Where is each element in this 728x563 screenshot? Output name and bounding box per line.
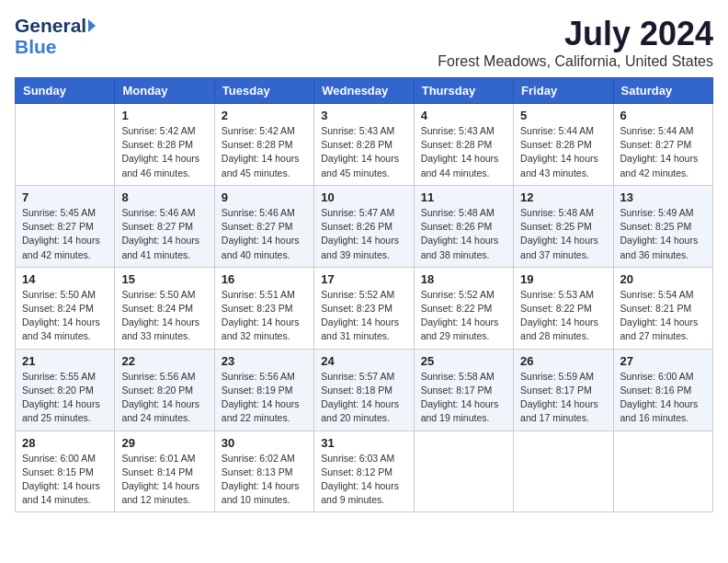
day-number: 23 [222,354,307,368]
day-number: 25 [421,354,506,368]
table-cell: 11Sunrise: 5:48 AM Sunset: 8:26 PM Dayli… [414,185,513,267]
table-cell: 10Sunrise: 5:47 AM Sunset: 8:26 PM Dayli… [314,185,414,267]
page-container: General Blue July 2024 Forest Meadows, C… [15,15,713,512]
logo: General Blue [15,15,96,57]
day-number: 9 [222,190,307,204]
day-info: Sunrise: 5:56 AM Sunset: 8:19 PM Dayligh… [222,370,307,426]
table-cell: 23Sunrise: 5:56 AM Sunset: 8:19 PM Dayli… [214,349,313,431]
day-info: Sunrise: 6:01 AM Sunset: 8:14 PM Dayligh… [121,452,207,508]
col-tuesday: Tuesday [214,78,313,104]
calendar-week-row: 21Sunrise: 5:55 AM Sunset: 8:20 PM Dayli… [16,349,713,431]
day-number: 15 [121,272,207,286]
col-monday: Monday [115,78,214,104]
title-section: July 2024 Forest Meadows, California, Un… [438,15,713,70]
day-info: Sunrise: 5:50 AM Sunset: 8:24 PM Dayligh… [121,288,207,344]
day-info: Sunrise: 6:02 AM Sunset: 8:13 PM Dayligh… [222,452,307,508]
calendar-week-row: 28Sunrise: 6:00 AM Sunset: 8:15 PM Dayli… [16,431,713,512]
calendar-week-row: 1Sunrise: 5:42 AM Sunset: 8:28 PM Daylig… [16,104,713,186]
day-number: 6 [620,109,706,122]
day-number: 21 [22,354,108,368]
day-info: Sunrise: 5:44 AM Sunset: 8:27 PM Dayligh… [620,124,706,180]
calendar-header-row: Sunday Monday Tuesday Wednesday Thursday… [16,78,713,104]
logo-blue-text: Blue [15,36,96,57]
col-sunday: Sunday [16,78,115,104]
table-cell: 31Sunrise: 6:03 AM Sunset: 8:12 PM Dayli… [314,431,414,512]
day-info: Sunrise: 5:47 AM Sunset: 8:26 PM Dayligh… [321,206,406,262]
table-cell: 13Sunrise: 5:49 AM Sunset: 8:25 PM Dayli… [613,185,712,267]
day-number: 17 [321,272,406,286]
day-number: 1 [121,109,207,122]
table-cell: 29Sunrise: 6:01 AM Sunset: 8:14 PM Dayli… [115,431,214,512]
table-cell: 6Sunrise: 5:44 AM Sunset: 8:27 PM Daylig… [613,104,712,186]
table-cell: 27Sunrise: 6:00 AM Sunset: 8:16 PM Dayli… [613,349,712,431]
day-number: 12 [520,190,606,204]
day-info: Sunrise: 6:00 AM Sunset: 8:15 PM Dayligh… [22,452,108,508]
day-number: 14 [22,272,108,286]
table-cell: 18Sunrise: 5:52 AM Sunset: 8:22 PM Dayli… [414,267,513,349]
day-info: Sunrise: 5:49 AM Sunset: 8:25 PM Dayligh… [620,206,706,262]
table-cell: 8Sunrise: 5:46 AM Sunset: 8:27 PM Daylig… [115,185,214,267]
day-number: 22 [121,354,207,368]
col-thursday: Thursday [414,78,513,104]
day-info: Sunrise: 5:50 AM Sunset: 8:24 PM Dayligh… [22,288,108,344]
calendar-table: Sunday Monday Tuesday Wednesday Thursday… [15,77,713,512]
day-info: Sunrise: 5:52 AM Sunset: 8:22 PM Dayligh… [421,288,506,344]
day-info: Sunrise: 5:42 AM Sunset: 8:28 PM Dayligh… [222,124,307,180]
table-cell: 17Sunrise: 5:52 AM Sunset: 8:23 PM Dayli… [314,267,414,349]
day-info: Sunrise: 5:59 AM Sunset: 8:17 PM Dayligh… [520,370,606,426]
day-number: 30 [222,436,307,450]
day-info: Sunrise: 5:43 AM Sunset: 8:28 PM Dayligh… [321,124,406,180]
day-info: Sunrise: 5:56 AM Sunset: 8:20 PM Dayligh… [121,370,207,426]
day-number: 19 [520,272,606,286]
col-wednesday: Wednesday [314,78,414,104]
day-info: Sunrise: 6:00 AM Sunset: 8:16 PM Dayligh… [620,370,706,426]
day-info: Sunrise: 5:54 AM Sunset: 8:21 PM Dayligh… [620,288,706,344]
day-number: 5 [520,109,606,122]
month-year-title: July 2024 [438,15,713,53]
table-cell: 5Sunrise: 5:44 AM Sunset: 8:28 PM Daylig… [514,104,613,186]
table-cell: 22Sunrise: 5:56 AM Sunset: 8:20 PM Dayli… [115,349,214,431]
day-number: 16 [222,272,307,286]
col-friday: Friday [514,78,613,104]
day-number: 10 [321,190,406,204]
day-info: Sunrise: 5:52 AM Sunset: 8:23 PM Dayligh… [321,288,406,344]
day-number: 28 [22,436,108,450]
day-number: 8 [121,190,207,204]
col-saturday: Saturday [613,78,712,104]
day-number: 13 [620,190,706,204]
day-number: 3 [321,109,406,122]
day-info: Sunrise: 5:46 AM Sunset: 8:27 PM Dayligh… [222,206,307,262]
table-cell [414,431,513,512]
table-cell: 16Sunrise: 5:51 AM Sunset: 8:23 PM Dayli… [214,267,313,349]
header: General Blue July 2024 Forest Meadows, C… [15,15,713,70]
day-number: 24 [321,354,406,368]
table-cell: 9Sunrise: 5:46 AM Sunset: 8:27 PM Daylig… [214,185,313,267]
day-number: 7 [22,190,108,204]
table-cell [16,104,115,186]
day-info: Sunrise: 5:53 AM Sunset: 8:22 PM Dayligh… [520,288,606,344]
day-number: 4 [421,109,506,122]
logo-arrow-icon [88,19,96,32]
day-info: Sunrise: 5:51 AM Sunset: 8:23 PM Dayligh… [222,288,307,344]
day-number: 18 [421,272,506,286]
location-subtitle: Forest Meadows, California, United State… [438,53,713,70]
table-cell: 19Sunrise: 5:53 AM Sunset: 8:22 PM Dayli… [514,267,613,349]
day-info: Sunrise: 5:58 AM Sunset: 8:17 PM Dayligh… [421,370,506,426]
day-number: 2 [222,109,307,122]
table-cell: 12Sunrise: 5:48 AM Sunset: 8:25 PM Dayli… [514,185,613,267]
day-info: Sunrise: 5:57 AM Sunset: 8:18 PM Dayligh… [321,370,406,426]
table-cell: 2Sunrise: 5:42 AM Sunset: 8:28 PM Daylig… [214,104,313,186]
day-number: 26 [520,354,606,368]
table-cell [613,431,712,512]
day-info: Sunrise: 5:46 AM Sunset: 8:27 PM Dayligh… [121,206,207,262]
table-cell: 20Sunrise: 5:54 AM Sunset: 8:21 PM Dayli… [613,267,712,349]
table-cell: 25Sunrise: 5:58 AM Sunset: 8:17 PM Dayli… [414,349,513,431]
day-info: Sunrise: 6:03 AM Sunset: 8:12 PM Dayligh… [321,452,406,508]
day-info: Sunrise: 5:44 AM Sunset: 8:28 PM Dayligh… [520,124,606,180]
day-info: Sunrise: 5:43 AM Sunset: 8:28 PM Dayligh… [421,124,506,180]
day-number: 31 [321,436,406,450]
calendar-week-row: 14Sunrise: 5:50 AM Sunset: 8:24 PM Dayli… [16,267,713,349]
table-cell: 15Sunrise: 5:50 AM Sunset: 8:24 PM Dayli… [115,267,214,349]
day-number: 11 [421,190,506,204]
table-cell: 24Sunrise: 5:57 AM Sunset: 8:18 PM Dayli… [314,349,414,431]
